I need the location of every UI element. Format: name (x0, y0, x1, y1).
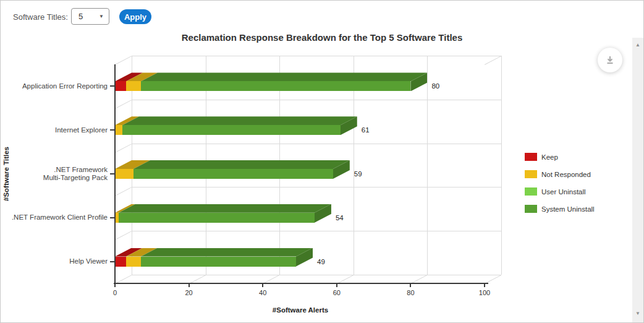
category-label: .NET FrameworkMulti-Targeting Pack (4, 152, 108, 196)
bar-segment-system-uninstall[interactable] (141, 81, 411, 91)
download-chart-button[interactable] (598, 48, 622, 72)
bar-segment-keep[interactable] (115, 257, 126, 267)
legend-swatch (525, 170, 537, 178)
dashboard-window: Software Titles: 5 ▼ Apply Reclamation R… (0, 0, 644, 323)
x-tick-label: 20 (179, 289, 199, 296)
gridline-horizontal (132, 231, 501, 231)
x-axis-tick (114, 283, 116, 287)
bar-segment-system-uninstall[interactable] (141, 257, 296, 267)
gridline-horizontal (132, 187, 501, 187)
x-tick-label: 100 (475, 289, 494, 296)
bar-segment-top-system-uninstall[interactable] (119, 204, 331, 213)
legend-swatch (525, 187, 537, 196)
bar-segment-system-uninstall[interactable] (119, 213, 315, 223)
y-axis-title: #Software Titles (2, 131, 11, 217)
bar-segment-not-responded[interactable] (115, 125, 122, 135)
x-axis-line (114, 283, 488, 284)
bar-segment-top-system-uninstall[interactable] (133, 160, 350, 169)
category-label: Internet Explorer (4, 108, 108, 152)
legend-swatch (525, 205, 537, 213)
x-axis-tick (189, 283, 190, 287)
row-slant (115, 144, 132, 153)
bar-segment-not-responded[interactable] (126, 81, 141, 91)
scroll-up-icon[interactable]: ▲ (632, 40, 643, 50)
x-axis-tick (410, 283, 411, 287)
gridline-horizontal (132, 100, 501, 100)
corner-slant (115, 56, 132, 65)
corner-slant (485, 56, 501, 65)
category-label: .NET Framework Client Profile (4, 196, 108, 239)
legend-item-user-uninstall[interactable]: User Uninstall (525, 187, 595, 196)
bar-value-label: 61 (362, 126, 370, 134)
x-axis-title: #Software Alerts (84, 306, 517, 314)
bar-value-label: 80 (431, 82, 439, 90)
bar-segment-system-uninstall[interactable] (133, 169, 333, 179)
legend-swatch (525, 153, 537, 161)
download-icon (605, 55, 615, 65)
bar-value-label: 59 (354, 170, 362, 178)
legend-item-not-responded[interactable]: Not Responded (525, 170, 595, 178)
bar-segment-not-responded[interactable] (115, 169, 133, 179)
bar-segment-top-system-uninstall[interactable] (122, 116, 357, 125)
x-axis-tick (336, 283, 337, 287)
legend-item-system-uninstall[interactable]: System Uninstall (525, 205, 595, 213)
back-wall-top (132, 56, 501, 56)
legend-label: User Uninstall (541, 188, 586, 196)
row-slant (115, 100, 132, 109)
x-tick-label: 80 (400, 289, 420, 296)
legend-label: Not Responded (541, 171, 591, 178)
chart-legend: KeepNot RespondedUser UninstallSystem Un… (525, 153, 595, 222)
x-tick-label: 0 (105, 289, 125, 296)
category-label: Help Viewer (4, 239, 108, 283)
legend-label: Keep (541, 153, 558, 161)
bar-segment-not-responded[interactable] (126, 257, 141, 267)
row-slant (115, 187, 132, 196)
row-slant (115, 231, 132, 240)
category-label: Application Error Reporting (4, 64, 108, 108)
vertical-scrollbar[interactable]: ▲ ▼ (632, 38, 643, 322)
legend-label: System Uninstall (541, 205, 595, 213)
gridline-vertical (427, 56, 428, 275)
gridline-horizontal (132, 144, 501, 144)
y-axis-line (114, 64, 116, 287)
x-tick-label: 60 (327, 289, 347, 296)
scroll-down-icon[interactable]: ▼ (632, 309, 643, 319)
bar-segment-top-system-uninstall[interactable] (141, 248, 313, 257)
back-wall-right (501, 56, 502, 275)
x-axis-tick (262, 283, 263, 287)
bar-segment-system-uninstall[interactable] (122, 125, 341, 135)
bar-segment-keep[interactable] (115, 81, 126, 91)
bar-value-label: 49 (317, 258, 325, 265)
x-tick-label: 40 (253, 289, 273, 296)
floor-back-edge (132, 275, 501, 275)
bar-segment-top-system-uninstall[interactable] (141, 72, 428, 81)
x-axis-tick (484, 283, 485, 287)
legend-item-keep[interactable]: Keep (525, 153, 595, 161)
bar-value-label: 54 (336, 214, 344, 222)
